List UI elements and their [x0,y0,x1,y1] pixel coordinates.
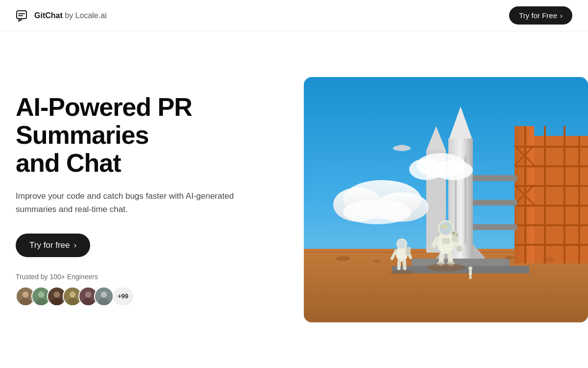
svg-point-79 [456,246,462,252]
nav-cta-arrow-icon: › [560,11,563,20]
svg-point-4 [23,291,29,298]
svg-point-78 [429,247,435,253]
svg-point-10 [54,291,60,298]
navbar: GitChat by Locale.ai Try for Free › [0,0,588,31]
hero-illustration [304,77,588,322]
user-avatar-6 [94,287,114,306]
plus-count-badge: +99 [112,287,134,306]
brand-by: by Locale.ai [65,11,106,20]
svg-point-93 [373,260,381,263]
nav-cta-button[interactable]: Try for Free › [509,6,572,25]
hero-cta-button[interactable]: Try for free › [16,234,90,257]
hero-title-line1: AI-Powered PR Summaries [16,93,192,149]
hero-subtitle: Improve your code and catch bugs faster … [16,189,251,216]
svg-point-91 [390,270,414,275]
hero-image [304,77,588,322]
svg-point-64 [397,239,406,248]
brand-text: GitChat by Locale.ai [34,11,107,20]
svg-point-13 [70,291,76,298]
svg-rect-49 [473,200,517,206]
svg-rect-48 [473,175,517,181]
trusted-text: Trusted by 100+ Engineers [16,273,280,281]
svg-line-68 [404,261,405,268]
svg-point-59 [434,160,473,180]
svg-point-90 [426,263,466,271]
svg-point-86 [468,266,472,270]
svg-point-19 [101,291,107,298]
brand-name: GitChat [34,11,63,20]
svg-line-67 [399,261,399,268]
svg-point-85 [456,234,458,236]
svg-point-7 [38,291,45,298]
hero-title: AI-Powered PR Summaries and Chat [16,93,280,178]
main-content: AI-Powered PR Summaries and Chat Improve… [0,31,588,368]
left-panel: AI-Powered PR Summaries and Chat Improve… [16,93,300,306]
hero-cta-label: Try for free [29,240,70,250]
trusted-section: Trusted by 100+ Engineers [16,273,280,306]
brand: GitChat by Locale.ai [16,9,107,23]
hero-cta-arrow-icon: › [74,240,77,250]
svg-rect-75 [442,238,450,244]
svg-rect-69 [406,247,411,255]
svg-point-82 [441,224,448,229]
svg-point-56 [343,200,412,224]
svg-point-16 [85,291,92,298]
avatars-row: +99 [16,287,280,306]
svg-rect-87 [469,270,472,275]
svg-rect-50 [473,224,517,230]
nav-cta-label: Try for Free [519,11,557,20]
svg-point-61 [397,145,407,150]
svg-rect-0 [17,11,26,19]
svg-point-95 [543,258,555,262]
svg-rect-33 [544,126,546,263]
svg-line-89 [470,275,471,278]
svg-point-92 [336,256,350,261]
svg-point-84 [452,232,455,235]
svg-point-94 [505,256,514,260]
right-panel [300,31,588,368]
gitchat-logo-icon [16,9,29,23]
svg-rect-35 [578,136,580,263]
svg-rect-34 [564,126,565,263]
hero-title-line2: and Chat [16,149,121,177]
